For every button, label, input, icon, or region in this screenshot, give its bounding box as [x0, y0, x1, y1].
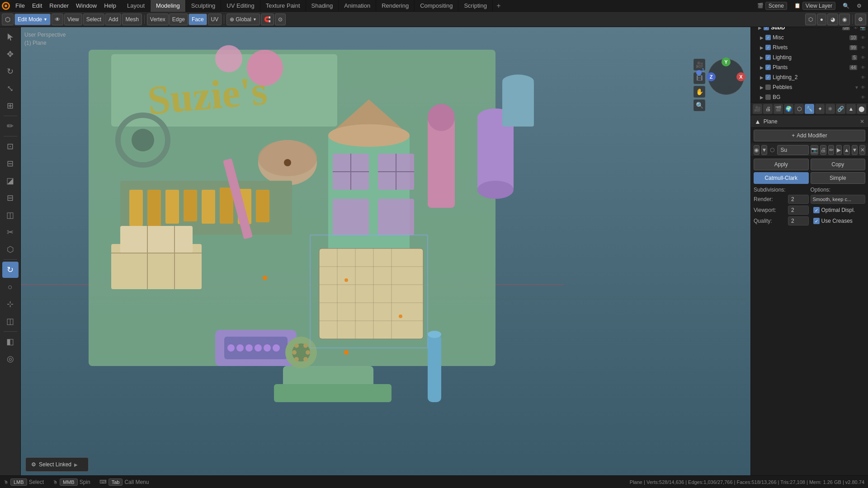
- modifier-down-btn[interactable]: ▼: [852, 145, 858, 155]
- rivets-check[interactable]: ✓: [765, 45, 771, 50]
- prop-tab-material[interactable]: ⬤: [857, 104, 866, 114]
- editor-type-button[interactable]: ⬡: [2, 14, 14, 25]
- tab-shading[interactable]: Shading: [306, 0, 339, 12]
- add-modifier-btn[interactable]: + Add Modifier: [754, 130, 865, 141]
- plants-eye[interactable]: 👁: [861, 65, 865, 70]
- prop-tab-object[interactable]: ⬡: [794, 104, 804, 114]
- apply-modifier-btn[interactable]: Apply: [754, 159, 809, 170]
- material-mode-btn[interactable]: ◕: [827, 14, 838, 25]
- object-header-close[interactable]: ✕: [860, 118, 864, 125]
- wireframe-mode-btn[interactable]: ⬡: [805, 14, 816, 25]
- modifier-visibility-btn[interactable]: ◉: [754, 145, 760, 155]
- modifier-name-input[interactable]: [777, 145, 809, 155]
- misc-eye[interactable]: 👁: [861, 35, 865, 40]
- tab-compositing[interactable]: Compositing: [415, 0, 458, 12]
- bg-eye[interactable]: 👁: [861, 95, 865, 100]
- menu-file[interactable]: File: [12, 0, 28, 12]
- modifier-realtime-icon[interactable]: ▶: [836, 145, 842, 155]
- cursor-tool[interactable]: [2, 29, 19, 45]
- tab-texture-paint[interactable]: Texture Paint: [260, 0, 306, 12]
- scene-name[interactable]: Scene: [765, 2, 787, 10]
- prop-tab-output[interactable]: 🖨: [763, 104, 773, 114]
- collection-item-lighting[interactable]: ▶ ✓ Lighting 5 👁: [751, 52, 868, 62]
- select-menu-btn[interactable]: Select: [83, 14, 104, 25]
- lighting2-eye[interactable]: 👁: [861, 75, 865, 80]
- viewport-shading-options[interactable]: ⚙: [855, 14, 866, 25]
- global-transform-btn[interactable]: ⊕ Global ▼: [226, 14, 260, 25]
- collection-item-misc[interactable]: ▶ ✓ Misc 10 👁: [751, 33, 868, 42]
- copy-modifier-btn[interactable]: Copy: [811, 159, 866, 170]
- collection-item-bg[interactable]: ▶ BG 👁: [751, 92, 868, 102]
- menu-edit[interactable]: Edit: [28, 0, 46, 12]
- tab-layout[interactable]: Layout: [122, 0, 151, 12]
- blender-logo[interactable]: [0, 0, 12, 12]
- plants-check[interactable]: ✓: [765, 65, 771, 70]
- transform-tool[interactable]: ⊞: [2, 98, 19, 114]
- pebbles-filter[interactable]: ▼: [854, 85, 859, 90]
- prop-tab-modifier[interactable]: 🔧: [805, 104, 814, 114]
- bevel-tool[interactable]: ◪: [2, 173, 19, 189]
- modifier-up-btn[interactable]: ▲: [844, 145, 850, 155]
- prop-tab-constraints[interactable]: 🔗: [836, 104, 845, 114]
- view-menu-btn[interactable]: View: [64, 14, 82, 25]
- optimal-disp-checkbox[interactable]: ✓: [813, 207, 820, 213]
- misc-check[interactable]: ✓: [765, 35, 771, 40]
- extrude-tool[interactable]: ⊡: [2, 138, 19, 155]
- rendered-mode-btn[interactable]: ◉: [839, 14, 850, 25]
- prop-tab-scene[interactable]: 🎬: [774, 104, 783, 114]
- knife-tool[interactable]: ✂: [2, 224, 19, 240]
- quality-value[interactable]: 2: [788, 216, 809, 225]
- shear-tool[interactable]: ◧: [2, 333, 19, 350]
- prop-tab-data[interactable]: ▲: [846, 104, 856, 114]
- view-layer-name[interactable]: View Layer: [802, 2, 835, 10]
- edge-slide-tool[interactable]: ◫: [2, 313, 19, 329]
- catmull-clark-btn[interactable]: Catmull-Clark: [754, 172, 809, 184]
- bg-check[interactable]: [765, 94, 771, 100]
- tab-rendering[interactable]: Rendering: [376, 0, 415, 12]
- gizmo-z-axis[interactable]: Z: [707, 72, 716, 81]
- gizmo-y-axis[interactable]: Y: [722, 57, 731, 66]
- mesh-menu-btn[interactable]: Mesh: [122, 14, 142, 25]
- tab-animation[interactable]: Animation: [339, 0, 376, 12]
- prop-tab-render[interactable]: 🎥: [753, 104, 762, 114]
- pebbles-eye[interactable]: 👁: [861, 85, 865, 90]
- viewport-value[interactable]: 2: [788, 206, 809, 215]
- smooth-value[interactable]: Smooth, keep c...: [811, 195, 866, 204]
- collection-item-rivets[interactable]: ▶ ✓ Rivets 99 👁: [751, 42, 868, 52]
- smooth-vertices-tool[interactable]: ○: [2, 279, 19, 295]
- simple-btn[interactable]: Simple: [811, 172, 866, 184]
- navigation-gizmo[interactable]: X Y Z: [708, 59, 744, 95]
- tab-scripting[interactable]: Scripting: [458, 0, 493, 12]
- lighting-check[interactable]: ✓: [765, 55, 771, 60]
- modifier-edit-icon[interactable]: ✏: [828, 145, 834, 155]
- lighting2-check[interactable]: ✓: [765, 75, 771, 80]
- filter-button[interactable]: ⚙: [854, 2, 864, 10]
- tab-modeling[interactable]: Modeling: [151, 0, 186, 12]
- prop-tab-world[interactable]: 🌍: [784, 104, 793, 114]
- prop-tab-physics[interactable]: ⚛: [826, 104, 835, 114]
- add-menu-btn[interactable]: Add: [105, 14, 121, 25]
- menu-window[interactable]: Window: [72, 0, 100, 12]
- proportional-edit-btn[interactable]: ⊙: [275, 14, 286, 25]
- vertex-mode-btn[interactable]: Vertex: [147, 14, 169, 25]
- tab-uv-editing[interactable]: UV Editing: [221, 0, 260, 12]
- face-mode-btn[interactable]: Face: [189, 14, 207, 25]
- zoom-btn[interactable]: 🔍: [693, 99, 705, 111]
- uv-btn[interactable]: UV: [208, 14, 222, 25]
- move-tool[interactable]: ✥: [2, 46, 19, 62]
- render-value[interactable]: 2: [788, 195, 809, 204]
- collection-item-plants[interactable]: ▶ ✓ Plants 44 👁: [751, 62, 868, 72]
- menu-render[interactable]: Render: [46, 0, 72, 12]
- modifier-close-btn[interactable]: ✕: [859, 145, 865, 155]
- prop-tab-particles[interactable]: ✦: [815, 104, 825, 114]
- scale-tool[interactable]: ⤡: [2, 80, 19, 97]
- solid-mode-btn[interactable]: ●: [817, 14, 826, 25]
- rivets-eye[interactable]: 👁: [861, 45, 865, 50]
- snap-button[interactable]: 🧲: [261, 14, 274, 25]
- lighting-eye[interactable]: 👁: [861, 55, 865, 60]
- add-workspace-button[interactable]: +: [493, 0, 505, 12]
- viewport[interactable]: Suzie's: [21, 27, 750, 475]
- local-view-button[interactable]: 👁: [52, 14, 63, 25]
- randomize-tool[interactable]: ⊹: [2, 296, 19, 312]
- modifier-camera-icon[interactable]: 📷: [811, 145, 818, 155]
